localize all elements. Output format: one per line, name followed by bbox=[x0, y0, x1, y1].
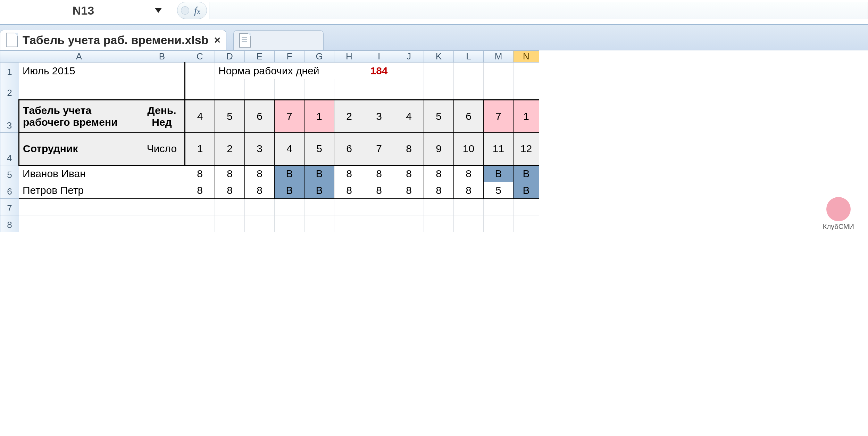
cell-period[interactable]: Июль 2015 bbox=[19, 63, 139, 79]
cell-dow[interactable]: 6 bbox=[245, 100, 275, 133]
cell[interactable] bbox=[424, 79, 454, 100]
cell-date-label[interactable]: Число bbox=[139, 133, 185, 165]
cell-hours[interactable]: 8 bbox=[394, 165, 424, 182]
cell-dow[interactable]: 4 bbox=[394, 100, 424, 133]
cell[interactable] bbox=[19, 215, 139, 232]
cell-hours[interactable]: 8 bbox=[334, 182, 364, 199]
cell[interactable] bbox=[139, 182, 185, 199]
row-header[interactable]: 5 bbox=[0, 165, 19, 182]
cell[interactable] bbox=[275, 199, 304, 215]
column-header[interactable]: L bbox=[454, 51, 484, 63]
cell-hours-weekend[interactable]: В bbox=[304, 182, 334, 199]
cell-employee-label[interactable]: Сотрудник bbox=[19, 133, 139, 165]
cell-hours-weekend[interactable]: В bbox=[275, 165, 304, 182]
cell[interactable] bbox=[275, 79, 304, 100]
cell-hours-weekend[interactable]: В bbox=[304, 165, 334, 182]
cell-date[interactable]: 4 bbox=[275, 133, 304, 165]
column-header[interactable]: B bbox=[139, 51, 185, 63]
cell[interactable] bbox=[185, 215, 215, 232]
cell-dow[interactable]: 6 bbox=[454, 100, 484, 133]
cell[interactable] bbox=[19, 199, 139, 215]
cell[interactable] bbox=[514, 63, 539, 79]
cell[interactable] bbox=[304, 215, 334, 232]
column-header[interactable]: C bbox=[185, 51, 215, 63]
column-header[interactable]: I bbox=[364, 51, 394, 63]
cell-hours-weekend[interactable]: В bbox=[484, 165, 514, 182]
cell-hours[interactable]: 8 bbox=[364, 182, 394, 199]
cell[interactable] bbox=[394, 215, 424, 232]
cell-date[interactable]: 9 bbox=[424, 133, 454, 165]
name-box[interactable]: N13 bbox=[0, 4, 167, 17]
cell[interactable] bbox=[454, 79, 484, 100]
cell[interactable] bbox=[215, 79, 245, 100]
cell-norm-label[interactable]: Норма рабочих дней bbox=[215, 63, 364, 79]
cell-hours[interactable]: 8 bbox=[245, 165, 275, 182]
column-header[interactable]: J bbox=[394, 51, 424, 63]
spreadsheet-grid[interactable]: A B C D E F G H I J K L M N 1 Июль 2015 … bbox=[0, 50, 539, 232]
cell[interactable] bbox=[364, 79, 394, 100]
cell-dow-weekend[interactable]: 7 bbox=[484, 100, 514, 133]
cell-norm-value[interactable]: 184 bbox=[364, 63, 394, 79]
column-header[interactable]: E bbox=[245, 51, 275, 63]
cell[interactable] bbox=[334, 79, 364, 100]
cell[interactable] bbox=[514, 215, 539, 232]
cell[interactable] bbox=[454, 63, 484, 79]
cell[interactable] bbox=[514, 199, 539, 215]
cell[interactable] bbox=[484, 199, 514, 215]
close-icon[interactable]: × bbox=[214, 34, 220, 47]
cell-dow-weekend[interactable]: 1 bbox=[304, 100, 334, 133]
cell-hours-weekend[interactable]: В bbox=[514, 165, 539, 182]
cell-hours[interactable]: 8 bbox=[424, 182, 454, 199]
cell-date[interactable]: 12 bbox=[514, 133, 539, 165]
cell[interactable] bbox=[454, 215, 484, 232]
cell-employee-name[interactable]: Иванов Иван bbox=[19, 165, 139, 182]
cell-date[interactable]: 2 bbox=[215, 133, 245, 165]
cell[interactable] bbox=[454, 199, 484, 215]
cell-hours[interactable]: 8 bbox=[245, 182, 275, 199]
cell-hours[interactable]: 8 bbox=[454, 182, 484, 199]
column-header[interactable]: M bbox=[484, 51, 514, 63]
cell-employee-name[interactable]: Петров Петр bbox=[19, 182, 139, 199]
cell-dow-label[interactable]: День. Нед bbox=[139, 100, 185, 133]
cell[interactable] bbox=[304, 79, 334, 100]
cell[interactable] bbox=[484, 79, 514, 100]
column-header[interactable]: A bbox=[19, 51, 139, 63]
column-header[interactable]: K bbox=[424, 51, 454, 63]
cell[interactable] bbox=[424, 215, 454, 232]
cell-title[interactable]: Табель учета рабочего времени bbox=[19, 100, 139, 133]
cell[interactable] bbox=[394, 199, 424, 215]
cell-date[interactable]: 8 bbox=[394, 133, 424, 165]
workbook-tab-active[interactable]: Табель учета раб. времени.xlsb × bbox=[0, 30, 226, 50]
column-header[interactable]: G bbox=[304, 51, 334, 63]
cell[interactable] bbox=[139, 215, 185, 232]
row-header[interactable]: 1 bbox=[0, 63, 19, 79]
row-header[interactable]: 7 bbox=[0, 199, 19, 215]
cell[interactable] bbox=[424, 199, 454, 215]
cell[interactable] bbox=[215, 199, 245, 215]
cell[interactable] bbox=[245, 199, 275, 215]
row-header[interactable]: 6 bbox=[0, 182, 19, 199]
cell-hours[interactable]: 8 bbox=[454, 165, 484, 182]
cell[interactable] bbox=[139, 199, 185, 215]
cell[interactable] bbox=[484, 63, 514, 79]
cell-dow[interactable]: 3 bbox=[364, 100, 394, 133]
cell-hours[interactable]: 8 bbox=[215, 165, 245, 182]
cell[interactable] bbox=[275, 215, 304, 232]
cell-date[interactable]: 1 bbox=[185, 133, 215, 165]
cell[interactable] bbox=[334, 215, 364, 232]
cell-hours[interactable]: 8 bbox=[364, 165, 394, 182]
cell-hours[interactable]: 5 bbox=[484, 182, 514, 199]
column-header[interactable]: N bbox=[514, 51, 539, 63]
cell[interactable] bbox=[394, 63, 424, 79]
cell-hours[interactable]: 8 bbox=[185, 182, 215, 199]
cell[interactable] bbox=[139, 165, 185, 182]
cell[interactable] bbox=[139, 79, 185, 100]
cell[interactable] bbox=[424, 63, 454, 79]
cell-date[interactable]: 11 bbox=[484, 133, 514, 165]
cell-dow[interactable]: 5 bbox=[424, 100, 454, 133]
cell[interactable] bbox=[514, 79, 539, 100]
cell-hours[interactable]: 8 bbox=[334, 165, 364, 182]
row-header[interactable]: 3 bbox=[0, 100, 19, 133]
cell-hours[interactable]: 8 bbox=[424, 165, 454, 182]
cell[interactable] bbox=[19, 79, 139, 100]
